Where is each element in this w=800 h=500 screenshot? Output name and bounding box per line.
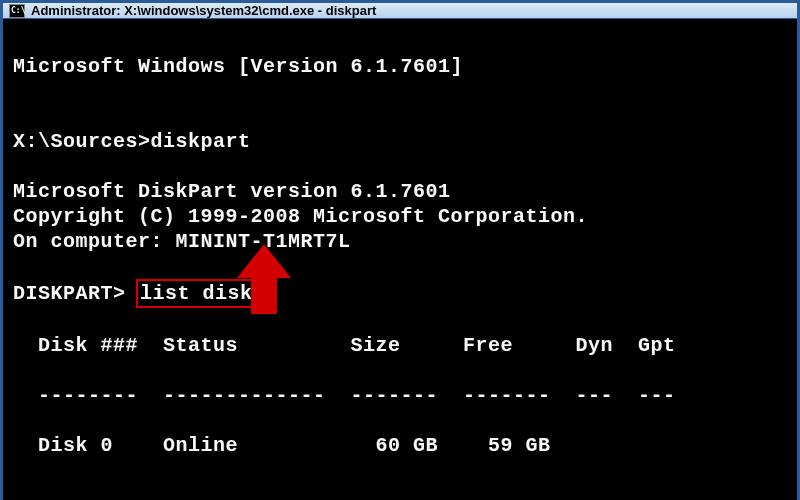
command-highlight: list disk: [136, 279, 257, 308]
diskpart-version: Microsoft DiskPart version 6.1.7601: [13, 180, 451, 203]
command-2: list disk: [140, 282, 253, 305]
prompt-1: X:\Sources>: [13, 130, 151, 153]
computer-line: On computer: MININT-T1MRT7L: [13, 230, 351, 253]
copyright-line: Copyright (C) 1999-2008 Microsoft Corpor…: [13, 205, 588, 228]
table-divider: -------- ------------- ------- ------- -…: [13, 383, 787, 408]
titlebar[interactable]: C:\ Administrator: X:\windows\system32\c…: [3, 3, 797, 19]
version-line: Microsoft Windows [Version 6.1.7601]: [13, 55, 463, 78]
cmd-window: C:\ Administrator: X:\windows\system32\c…: [0, 0, 800, 500]
command-1: diskpart: [151, 130, 251, 153]
prompt-line-1: X:\Sources>diskpart: [13, 130, 251, 153]
prompt-line-2: DISKPART> list disk: [13, 282, 257, 305]
window-title: Administrator: X:\windows\system32\cmd.e…: [31, 3, 376, 18]
table-row: Disk 0 Online 60 GB 59 GB: [13, 433, 787, 458]
prompt-2: DISKPART>: [13, 282, 126, 305]
terminal-output[interactable]: Microsoft Windows [Version 6.1.7601] X:\…: [3, 19, 797, 500]
cmd-icon: C:\: [9, 4, 25, 18]
table-header: Disk ### Status Size Free Dyn Gpt: [13, 333, 787, 358]
